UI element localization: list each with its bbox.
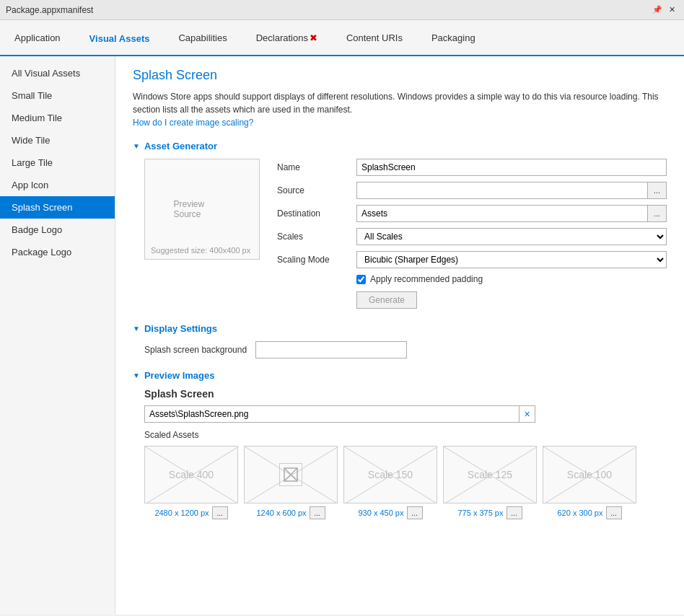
preview-images-body: Splash Screen ✕ Scaled Assets Scal	[144, 388, 667, 519]
sidebar: All Visual Assets Small Tile Medium Tile…	[0, 56, 115, 615]
tab-declarations[interactable]: Declarations ✖	[242, 20, 332, 55]
thumb-scale-150-size: 930 x 450 px	[359, 509, 404, 517]
destination-row: Destination ...	[277, 205, 667, 222]
padding-checkbox-row: Apply recommended padding	[356, 274, 667, 284]
thumb-scale-400-x-box	[244, 446, 338, 503]
tab-packaging[interactable]: Packaging	[417, 20, 490, 55]
thumb-scale-400-x-browse-button[interactable]: ...	[310, 506, 325, 519]
padding-checkbox-label: Apply recommended padding	[370, 274, 483, 284]
name-row: Name	[277, 159, 667, 176]
scales-select[interactable]: All Scales 100 125 150 400	[356, 228, 667, 245]
thumb-scale-150-box: Scale 150	[343, 446, 437, 503]
scaled-assets-label: Scaled Assets	[144, 430, 667, 440]
title-bar-icons: 📌 ✕	[651, 4, 678, 17]
page-title: Splash Screen	[133, 68, 667, 83]
thumb-broken-image-icon	[279, 463, 302, 486]
description-text: Windows Store apps should support displa…	[133, 90, 667, 129]
thumb-scale-400-x-info: 1240 x 600 px ...	[256, 506, 325, 519]
tab-visual-assets[interactable]: Visual Assets	[75, 22, 165, 56]
thumb-scale-400-x-size: 1240 x 600 px	[256, 509, 306, 517]
background-label: Splash screen background	[144, 345, 247, 355]
thumb-scale-150: Scale 150 930 x 450 px ...	[343, 446, 437, 519]
preview-collapse-arrow-icon: ▼	[133, 371, 140, 379]
thumb-scale-400-info: 2480 x 1200 px ...	[154, 506, 227, 519]
asset-generator-body: Preview Source Suggested size: 400x400 p…	[144, 159, 667, 309]
name-input[interactable]	[356, 159, 667, 176]
destination-label: Destination	[277, 208, 356, 219]
generate-button[interactable]: Generate	[356, 291, 417, 309]
padding-checkbox[interactable]	[356, 275, 366, 284]
thumb-scale-400: Scale 400 2480 x 1200 px ...	[144, 446, 238, 519]
sidebar-item-package-logo[interactable]: Package Logo	[0, 241, 115, 263]
asset-generator-form: Name Source ... Destination ... S	[277, 159, 667, 309]
tab-bar: Application Visual Assets Capabilities D…	[0, 20, 684, 56]
close-icon[interactable]: ✕	[665, 4, 678, 17]
source-row: Source ...	[277, 182, 667, 199]
title-bar: Package.appxmanifest 📌 ✕	[0, 0, 684, 20]
broken-image-svg	[282, 466, 299, 483]
sidebar-item-badge-logo[interactable]: Badge Logo	[0, 219, 115, 241]
preview-source-label: Preview Source	[174, 199, 231, 219]
thumb-scale-125-browse-button[interactable]: ...	[507, 506, 522, 519]
background-row: Splash screen background	[144, 341, 667, 358]
source-label: Source	[277, 185, 356, 195]
sidebar-item-wide-tile[interactable]: Wide Tile	[0, 129, 115, 151]
scales-label: Scales	[277, 232, 356, 242]
scales-row: Scales All Scales 100 125 150 400	[277, 228, 667, 245]
preview-size-hint: Suggested size: 400x400 px	[151, 246, 250, 255]
scaling-mode-row: Scaling Mode Bicubic (Sharper Edges) Bil…	[277, 251, 667, 268]
name-label: Name	[277, 162, 356, 172]
thumb-scale-125-info: 775 x 375 px ...	[458, 506, 522, 519]
thumb-scale-100-label: Scale 100	[567, 469, 612, 480]
sidebar-item-app-icon[interactable]: App Icon	[0, 174, 115, 196]
scaling-mode-select[interactable]: Bicubic (Sharper Edges) Bilinear Nearest…	[356, 251, 667, 268]
collapse-arrow-icon: ▼	[133, 142, 140, 150]
thumb-scale-100-size: 620 x 300 px	[558, 509, 603, 517]
help-link[interactable]: How do I create image scaling?	[133, 118, 253, 128]
background-color-input[interactable]	[255, 341, 407, 358]
thumb-scale-100-info: 620 x 300 px ...	[558, 506, 622, 519]
preview-images-header[interactable]: ▼ Preview Images	[133, 370, 667, 381]
scaling-mode-label: Scaling Mode	[277, 255, 356, 265]
file-path-input[interactable]	[144, 405, 519, 423]
thumb-scale-150-browse-button[interactable]: ...	[407, 506, 423, 519]
thumb-scale-150-label: Scale 150	[368, 469, 413, 480]
destination-browse-button[interactable]: ...	[648, 205, 667, 222]
sidebar-item-small-tile[interactable]: Small Tile	[0, 84, 115, 107]
main-layout: All Visual Assets Small Tile Medium Tile…	[0, 56, 684, 615]
tab-application[interactable]: Application	[0, 20, 75, 55]
scaled-thumbnails: Scale 400 2480 x 1200 px ...	[144, 446, 667, 519]
thumb-scale-100-browse-button[interactable]: ...	[606, 506, 622, 519]
display-settings-header[interactable]: ▼ Display Settings	[133, 323, 667, 334]
destination-input[interactable]	[356, 205, 648, 222]
preview-images-subtitle: Splash Screen	[144, 388, 667, 400]
display-settings-body: Splash screen background	[144, 341, 667, 358]
sidebar-item-medium-tile[interactable]: Medium Tile	[0, 107, 115, 129]
declarations-error-badge: ✖	[310, 32, 317, 43]
pin-icon[interactable]: 📌	[651, 4, 664, 17]
source-input[interactable]	[356, 182, 648, 199]
thumb-scale-125-label: Scale 125	[468, 469, 512, 480]
thumb-scale-400-x: 1240 x 600 px ...	[244, 446, 338, 519]
preview-source-box: Preview Source Suggested size: 400x400 p…	[144, 159, 260, 260]
display-collapse-arrow-icon: ▼	[133, 325, 140, 333]
title-bar-text: Package.appxmanifest	[6, 5, 651, 15]
thumb-scale-400-size: 2480 x 1200 px	[154, 509, 209, 517]
thumb-scale-400-label: Scale 400	[169, 469, 214, 480]
tab-content-uris[interactable]: Content URIs	[332, 20, 417, 55]
sidebar-item-splash-screen[interactable]: Splash Screen	[0, 196, 115, 219]
thumb-scale-100: Scale 100 620 x 300 px ...	[543, 446, 636, 519]
thumb-scale-400-box: Scale 400	[144, 446, 238, 503]
asset-generator-header[interactable]: ▼ Asset Generator	[133, 141, 667, 151]
sidebar-item-large-tile[interactable]: Large Tile	[0, 151, 115, 174]
file-path-clear-button[interactable]: ✕	[519, 405, 535, 423]
thumb-scale-125: Scale 125 775 x 375 px ...	[443, 446, 537, 519]
tab-capabilities[interactable]: Capabilities	[164, 20, 241, 55]
thumb-scale-125-size: 775 x 375 px	[458, 509, 504, 517]
source-browse-button[interactable]: ...	[648, 182, 667, 199]
sidebar-item-all-visual-assets[interactable]: All Visual Assets	[0, 62, 115, 84]
file-path-row: ✕	[144, 405, 667, 423]
thumb-scale-400-browse-button[interactable]: ...	[212, 506, 228, 519]
thumb-scale-100-box: Scale 100	[543, 446, 636, 503]
thumb-scale-125-box: Scale 125	[443, 446, 537, 503]
